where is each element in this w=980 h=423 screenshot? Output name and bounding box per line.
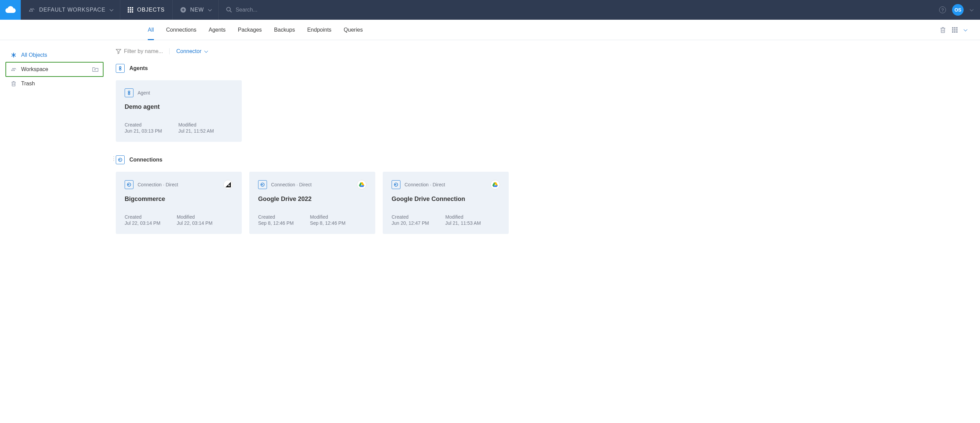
tab-backups[interactable]: Backups xyxy=(268,20,301,40)
chevron-down-icon[interactable] xyxy=(964,27,967,31)
card-type-label: Connection · Direct xyxy=(404,182,445,187)
card-title: Demo agent xyxy=(125,103,233,111)
topbar: DEFAULT WORKSPACE OBJECTS NEW ? OS xyxy=(0,0,980,20)
svg-rect-3 xyxy=(128,9,129,11)
svg-rect-13 xyxy=(956,27,958,29)
svg-rect-0 xyxy=(128,7,129,8)
connection-icon xyxy=(258,180,267,189)
agent-icon xyxy=(125,89,134,97)
tabbar-right xyxy=(940,27,980,33)
connection-card[interactable]: Connection · Direct Google Drive Connect… xyxy=(383,172,509,234)
tab-all[interactable]: All xyxy=(142,20,160,40)
svg-rect-5 xyxy=(132,9,133,11)
card-type-label: Connection · Direct xyxy=(138,182,178,187)
created-label: Created xyxy=(258,214,294,220)
card-title: Google Drive 2022 xyxy=(258,195,366,203)
sidebar-item-workspace[interactable]: Workspace xyxy=(5,62,103,77)
created-value: Jun 20, 12:47 PM xyxy=(391,220,429,226)
modified-label: Modified xyxy=(310,214,345,220)
connector-dropdown[interactable]: Connector xyxy=(177,48,207,54)
svg-rect-8 xyxy=(132,11,133,13)
tab-queries[interactable]: Queries xyxy=(337,20,369,40)
sidebar-item-label: All Objects xyxy=(21,52,47,58)
trash-icon xyxy=(10,80,17,87)
tab-connections[interactable]: Connections xyxy=(160,20,203,40)
avatar[interactable]: OS xyxy=(952,4,964,16)
svg-rect-17 xyxy=(952,31,953,33)
topbar-right: ? OS xyxy=(932,4,980,16)
chevron-down-icon xyxy=(110,8,113,11)
filter-row: Filter by name... Connector xyxy=(116,48,966,54)
search-input[interactable] xyxy=(235,7,338,13)
section-head-connections: Connections xyxy=(116,155,966,164)
created-value: Jul 22, 03:14 PM xyxy=(125,220,161,226)
tab-packages[interactable]: Packages xyxy=(232,20,268,40)
sidebar-item-trash[interactable]: Trash xyxy=(6,77,106,90)
search-icon xyxy=(226,7,232,13)
connection-cards: Connection · Direct B Bigcommerce Create… xyxy=(116,172,966,234)
help-button[interactable]: ? xyxy=(939,6,946,13)
created-label: Created xyxy=(125,214,161,220)
modified-label: Modified xyxy=(178,122,214,128)
plus-circle-icon xyxy=(180,7,186,13)
view-grid-button[interactable] xyxy=(952,27,958,33)
tab-agents[interactable]: Agents xyxy=(203,20,232,40)
connector-label: Connector xyxy=(177,48,202,54)
card-type-label: Connection · Direct xyxy=(271,182,312,187)
connection-icon xyxy=(116,155,125,164)
created-label: Created xyxy=(125,122,162,128)
svg-rect-2 xyxy=(132,7,133,8)
card-title: Google Drive Connection xyxy=(391,195,500,203)
svg-rect-7 xyxy=(130,11,131,13)
tabbar: All Connections Agents Packages Backups … xyxy=(0,20,980,40)
google-drive-logo-icon xyxy=(490,180,500,189)
chevron-down-icon[interactable] xyxy=(970,8,974,11)
objects-label: OBJECTS xyxy=(137,7,165,13)
svg-rect-4 xyxy=(130,9,131,11)
new-nav-button[interactable]: NEW xyxy=(173,0,219,20)
workspace-selector[interactable]: DEFAULT WORKSPACE xyxy=(21,0,120,20)
svg-rect-15 xyxy=(954,29,956,31)
modified-label: Modified xyxy=(445,214,481,220)
workspace-icon xyxy=(28,6,35,13)
workspace-icon xyxy=(10,66,17,73)
modified-value: Sep 8, 12:46 PM xyxy=(310,220,345,226)
svg-rect-14 xyxy=(952,29,953,31)
connection-icon xyxy=(125,180,134,189)
created-label: Created xyxy=(391,214,429,220)
section-title: Agents xyxy=(129,65,148,71)
new-label: NEW xyxy=(190,7,204,13)
logo[interactable] xyxy=(0,0,21,20)
sidebar-item-label: Trash xyxy=(21,81,35,87)
card-title: Bigcommerce xyxy=(125,195,233,203)
main: Filter by name... Connector Agents xyxy=(112,40,980,256)
cloud-icon xyxy=(5,6,16,14)
sidebar-item-all-objects[interactable]: All Objects xyxy=(6,48,106,62)
section-title: Connections xyxy=(129,157,162,163)
svg-rect-19 xyxy=(956,31,958,33)
card-type-label: Agent xyxy=(138,90,150,95)
modified-value: Jul 21, 11:52 AM xyxy=(178,128,214,134)
folder-add-icon[interactable] xyxy=(92,66,99,73)
objects-nav-button[interactable]: OBJECTS xyxy=(120,0,173,20)
modified-value: Jul 22, 03:14 PM xyxy=(177,220,213,226)
svg-point-10 xyxy=(226,8,230,11)
tab-endpoints[interactable]: Endpoints xyxy=(301,20,337,40)
google-drive-logo-icon xyxy=(357,180,366,189)
trash-button[interactable] xyxy=(940,27,946,33)
connection-card[interactable]: Connection · Direct Google Drive 2022 Cr… xyxy=(249,172,375,234)
bigcommerce-logo-icon: B xyxy=(223,180,233,189)
sidebar: All Objects Workspace Trash xyxy=(0,40,112,256)
created-value: Sep 8, 12:46 PM xyxy=(258,220,294,226)
agent-card[interactable]: Agent Demo agent Created Jun 21, 03:13 P… xyxy=(116,80,242,142)
filter-by-name[interactable]: Filter by name... xyxy=(116,48,170,54)
svg-text:B: B xyxy=(228,184,230,187)
svg-rect-18 xyxy=(954,31,956,33)
search-box[interactable] xyxy=(219,7,932,13)
connection-card[interactable]: Connection · Direct B Bigcommerce Create… xyxy=(116,172,242,234)
svg-rect-12 xyxy=(954,27,956,29)
drag-handle-icon[interactable]: ⋮ xyxy=(111,155,116,162)
sidebar-item-label: Workspace xyxy=(21,66,48,73)
svg-rect-6 xyxy=(128,11,129,13)
svg-rect-11 xyxy=(952,27,953,29)
